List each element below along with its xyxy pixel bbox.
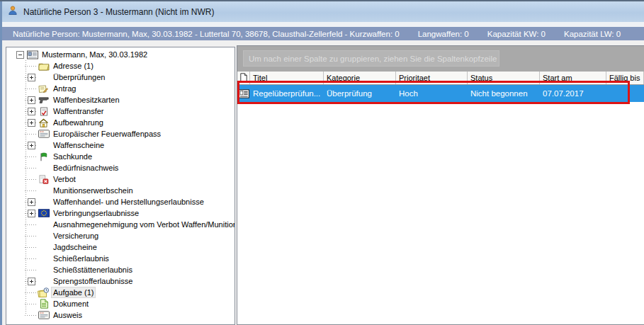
tree-item-adresse-1[interactable]: Adresse (1) xyxy=(6,60,235,72)
tree-item-mustermann-max-30-03-1982[interactable]: Mustermann, Max, 30.03.1982 xyxy=(6,49,235,60)
column-header-start-am[interactable]: Start am xyxy=(540,72,606,84)
tree-item-ausnahmegenehmigung-vom-verbot-waffen-munition[interactable]: Ausnahmegenehmigung vom Verbot Waffen/Mu… xyxy=(6,219,235,230)
flag-icon xyxy=(38,152,50,161)
tree-item-schießstättenerlaubnis[interactable]: Schießstättenerlaubnis xyxy=(6,264,235,275)
tree-item-label: Ausnahmegenehmigung vom Verbot Waffen/Mu… xyxy=(52,219,235,229)
window-title: Natürliche Person 3 - Mustermann (Nicht … xyxy=(23,7,214,17)
contact-card-icon xyxy=(26,50,38,59)
tree-item-label: Bedürfnisnachweis xyxy=(52,163,120,173)
navigation-tree-panel: Mustermann, Max, 30.03.1982Adresse (1)Üb… xyxy=(6,47,235,325)
column-header-label: Kategorie xyxy=(327,74,360,82)
tree-item-jagdscheine[interactable]: Jagdscheine xyxy=(6,241,235,253)
tree-item-dokument[interactable]: Dokument xyxy=(6,298,235,309)
tree-item-sachkunde[interactable]: Sachkunde xyxy=(6,151,235,162)
cell-prioritaet: Hoch xyxy=(396,85,468,102)
group-by-hint: Um nach einer Spalte zu gruppieren, zieh… xyxy=(243,50,499,67)
tree-item-label: Waffenhandel- und Herstellungserlaubniss… xyxy=(52,197,205,207)
expand-icon[interactable] xyxy=(28,198,35,206)
column-header-label: Titel xyxy=(253,74,267,82)
column-header-label: Prioritaet xyxy=(399,74,430,82)
cell-start-am: 07.07.2017 xyxy=(540,85,606,102)
tree-item-label: Verbringungserlaubnisse xyxy=(52,208,140,218)
tree-item-sprengstofferlaubnisse[interactable]: Sprengstofferlaubnisse xyxy=(6,275,235,287)
tree-item-aufgabe-1[interactable]: Aufgabe (1) xyxy=(6,287,235,298)
column-header-titel[interactable]: Titel xyxy=(250,72,324,84)
expand-icon[interactable] xyxy=(28,96,35,104)
tree-item-europäischer-feuerwaffenpass[interactable]: Europäischer Feuerwaffenpass xyxy=(6,128,235,139)
column-header-icon[interactable] xyxy=(237,72,250,84)
no-icon xyxy=(38,265,50,275)
expand-icon[interactable] xyxy=(28,119,35,127)
tree-item-verbot[interactable]: Verbot xyxy=(6,173,235,185)
no-icon xyxy=(38,253,50,263)
expand-icon[interactable] xyxy=(28,108,35,115)
window-titlebar[interactable]: Natürliche Person 3 - Mustermann (Nicht … xyxy=(2,1,644,22)
folder-icon xyxy=(38,61,50,71)
column-header-label: Start am xyxy=(543,74,572,82)
tree-item-schießerlaubnis[interactable]: Schießerlaubnis xyxy=(6,253,235,264)
tree-item-label: Verbot xyxy=(52,174,77,184)
column-header-status[interactable]: Status xyxy=(468,72,540,84)
group-by-panel[interactable]: Um nach einer Spalte zu gruppieren, zieh… xyxy=(237,46,644,72)
tree-item-antrag[interactable]: Antrag xyxy=(6,83,235,94)
task-card-icon xyxy=(237,85,250,102)
no-icon xyxy=(38,276,50,286)
id-card-icon xyxy=(38,310,50,320)
tree-item-waffenscheine[interactable]: Waffenscheine xyxy=(6,139,235,151)
tree-item-ausweis[interactable]: Ausweis xyxy=(6,309,235,321)
tree-item-waffenbesitzkarten[interactable]: Waffenbesitzkarten xyxy=(6,94,235,106)
house-icon xyxy=(38,118,50,127)
tree-item-verbringungserlaubnisse[interactable]: Verbringungserlaubnisse xyxy=(6,207,235,219)
grid-body: Regelüberprüfun...ÜberprüfungHochNicht b… xyxy=(237,85,644,102)
tree-item-munitionserwerbschein[interactable]: Munitionserwerbschein xyxy=(6,185,235,196)
tree-item-waffentransfer[interactable]: Waffentransfer xyxy=(6,106,235,117)
column-header-kategorie[interactable]: Kategorie xyxy=(324,72,396,84)
no-icon xyxy=(38,219,50,229)
column-header-prioritaet[interactable]: Prioritaet xyxy=(396,72,468,84)
ban-icon xyxy=(38,174,50,184)
table-row[interactable]: Regelüberprüfun...ÜberprüfungHochNicht b… xyxy=(237,85,644,102)
tree-item-versicherung[interactable]: Versicherung xyxy=(6,230,235,241)
form-icon xyxy=(38,84,50,93)
tree-item-aufbewahrung[interactable]: Aufbewahrung xyxy=(6,117,235,128)
expand-icon[interactable] xyxy=(28,278,35,285)
kapazitaet-kw-count: Kapazität KW: 0 xyxy=(487,30,546,38)
tree-item-überprüfungen[interactable]: Überprüfungen xyxy=(6,72,235,83)
tree-item-label: Waffenbesitzkarten xyxy=(52,95,121,105)
no-icon xyxy=(38,72,50,82)
expand-icon[interactable] xyxy=(28,142,35,149)
tree-item-label: Dokument xyxy=(52,299,90,309)
expand-icon[interactable] xyxy=(28,74,35,81)
tree-item-label: Sprengstofferlaubnisse xyxy=(52,276,134,286)
no-icon xyxy=(38,163,50,173)
person-info-bar: Natürliche Person: Mustermann, Max, 30.0… xyxy=(2,27,644,40)
no-icon xyxy=(38,186,50,195)
tree-item-bedürfnisnachweis[interactable]: Bedürfnisnachweis xyxy=(6,162,235,173)
tree-item-label: Schießstättenerlaubnis xyxy=(52,265,134,275)
tree-item-label: Schießerlaubnis xyxy=(52,253,111,263)
page-icon xyxy=(240,73,247,84)
tree-item-label: Antrag xyxy=(52,84,77,93)
titlebar-divider xyxy=(2,22,644,27)
transfer-note-icon xyxy=(38,106,50,116)
tree-item-waffenhandel-und-herstellungserlaubnisse[interactable]: Waffenhandel- und Herstellungserlaubniss… xyxy=(6,196,235,207)
grid-header-row: TitelKategoriePrioritaetStatusStart amFä… xyxy=(237,72,644,85)
person-summary: Natürliche Person: Mustermann, Max, 30.0… xyxy=(13,30,400,38)
expand-icon[interactable] xyxy=(28,210,35,217)
task-grid-panel: Um nach einer Spalte zu gruppieren, zieh… xyxy=(237,45,644,325)
eu-flag-icon xyxy=(38,208,50,218)
tree-item-label: Versicherung xyxy=(52,231,100,241)
window-border-left xyxy=(0,1,2,325)
cell-fällig-bis xyxy=(606,85,644,102)
tree-item-label: Ausweis xyxy=(52,310,84,320)
person-icon xyxy=(7,5,18,19)
column-header-fällig-bis[interactable]: Fällig bis xyxy=(606,72,644,84)
tree: Mustermann, Max, 30.03.1982Adresse (1)Üb… xyxy=(6,49,235,321)
cell-kategorie: Überprüfung xyxy=(324,85,396,102)
pistol-icon xyxy=(38,95,50,105)
collapse-icon[interactable] xyxy=(16,51,24,59)
tree-item-label: Aufbewahrung xyxy=(52,118,105,127)
tree-item-label: Jagdscheine xyxy=(52,242,98,252)
no-icon xyxy=(38,140,50,150)
id-card-icon xyxy=(38,129,50,139)
